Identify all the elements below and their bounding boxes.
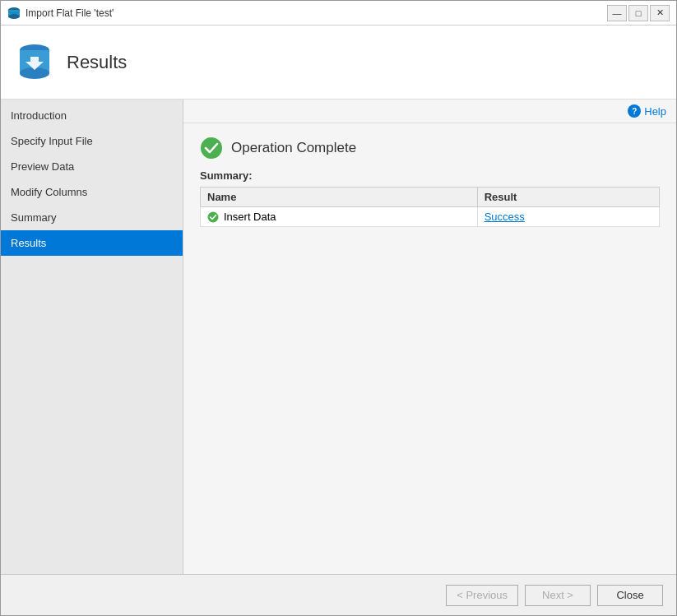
close-button[interactable]: Close — [597, 585, 663, 606]
app-icon — [7, 7, 21, 20]
title-bar: Import Flat File 'test' — □ ✕ — [1, 1, 676, 25]
main-window: Import Flat File 'test' — □ ✕ Results In… — [0, 0, 677, 616]
sidebar-item-specify-input-file[interactable]: Specify Input File — [1, 128, 183, 154]
sidebar-item-results[interactable]: Results — [1, 230, 183, 256]
row-success-icon — [207, 211, 219, 223]
header-area: Results — [1, 25, 676, 100]
row-result-cell: Success — [477, 207, 659, 227]
col-header-result: Result — [477, 188, 659, 207]
previous-button[interactable]: < Previous — [446, 585, 518, 606]
row-name-text: Insert Data — [224, 211, 276, 223]
summary-label: Summary: — [200, 169, 660, 182]
next-button[interactable]: Next > — [525, 585, 591, 606]
operation-complete-header: Operation Complete — [200, 137, 660, 160]
operation-complete-icon — [200, 137, 223, 160]
help-link[interactable]: ? Help — [628, 104, 666, 118]
sidebar-item-summary[interactable]: Summary — [1, 205, 183, 230]
content-top-bar: ? Help — [183, 100, 676, 123]
window-controls: — □ ✕ — [607, 5, 670, 21]
header-database-icon — [14, 42, 55, 83]
sidebar-item-preview-data[interactable]: Preview Data — [1, 154, 183, 179]
sidebar: Introduction Specify Input File Preview … — [1, 100, 183, 574]
svg-point-8 — [208, 211, 219, 222]
svg-point-7 — [201, 137, 222, 159]
help-icon: ? — [628, 104, 641, 118]
footer-area: < Previous Next > Close — [1, 574, 676, 615]
operation-title: Operation Complete — [231, 140, 356, 156]
row-name-cell: Insert Data — [201, 207, 478, 227]
header-title: Results — [67, 52, 127, 73]
window-title: Import Flat File 'test' — [26, 7, 114, 19]
title-bar-left: Import Flat File 'test' — [7, 7, 114, 20]
results-table: Name Result Insert DataSuccess — [200, 187, 660, 227]
svg-point-2 — [8, 14, 20, 19]
table-header-row: Name Result — [201, 188, 660, 207]
table-row: Insert DataSuccess — [201, 207, 660, 227]
main-area: Introduction Specify Input File Preview … — [1, 100, 676, 574]
maximize-button[interactable]: □ — [628, 5, 648, 21]
sidebar-item-modify-columns[interactable]: Modify Columns — [1, 179, 183, 205]
content-area: ? Help Operation Complete Summary: — [183, 100, 676, 574]
close-window-button[interactable]: ✕ — [650, 5, 670, 21]
minimize-button[interactable]: — — [607, 5, 627, 21]
result-success-link[interactable]: Success — [485, 211, 525, 223]
sidebar-item-introduction[interactable]: Introduction — [1, 103, 183, 128]
col-header-name: Name — [201, 188, 478, 207]
content-body: Operation Complete Summary: Name Result … — [183, 123, 676, 574]
